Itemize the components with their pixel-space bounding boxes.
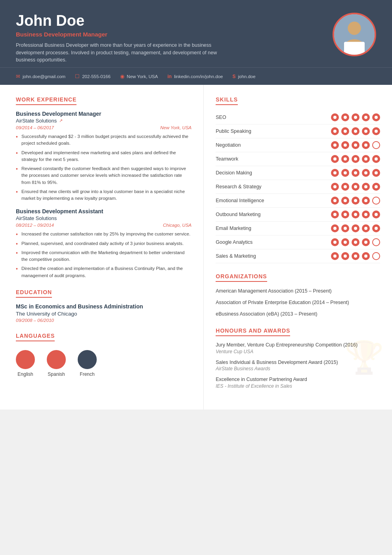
skill-dot — [352, 155, 359, 163]
skill-name: Negotiation — [216, 142, 331, 148]
org-item: Association of Private Enterprise Educat… — [216, 299, 380, 306]
job-2-bullet-4: Directed the creation and implementation… — [16, 265, 191, 279]
skill-dots — [331, 252, 380, 260]
skill-dot — [352, 252, 359, 260]
skill-dot — [352, 169, 359, 177]
skill-name: SEO — [216, 115, 331, 120]
skill-dot — [331, 127, 339, 135]
french-circle — [78, 350, 97, 369]
award-title: Jury Member, Venture Cup Entrepreneurshi… — [216, 342, 380, 349]
honours-title: HONOURS AND AWARDS — [216, 327, 290, 336]
skill-dots — [331, 113, 380, 121]
job-1: Business Development Manager AirState So… — [16, 111, 191, 202]
skill-row: Negotiation — [216, 138, 380, 152]
email-icon: ✉ — [16, 73, 20, 79]
skill-dot — [372, 238, 380, 246]
skill-name: Teamwork — [216, 156, 331, 162]
contact-phone: ☐ 202-555-0166 — [75, 73, 111, 79]
skill-dot — [331, 252, 339, 260]
skill-row: Research & Strategy — [216, 180, 380, 194]
skill-dot — [341, 252, 349, 260]
location-value: New York, USA — [127, 74, 158, 79]
skill-dot — [341, 127, 349, 135]
skill-dot — [352, 211, 359, 218]
skill-dots — [331, 127, 380, 135]
edu-date: 09/2008 – 06/2010 — [16, 318, 191, 323]
svg-rect-3 — [344, 42, 365, 55]
organizations-title: ORGANIZATIONS — [216, 273, 267, 282]
skill-dot — [372, 183, 380, 191]
job-1-dates: 09/2014 – 06/2017 — [16, 125, 54, 130]
job-2: Business Development Assistant AirState … — [16, 208, 191, 279]
skill-dot — [352, 238, 359, 246]
skill-dots — [331, 211, 380, 218]
honours-section: HONOURS AND AWARDS 🏆 Jury Member, Ventur… — [216, 327, 380, 389]
languages-title: LANGUAGES — [16, 333, 55, 341]
skill-dot — [362, 238, 370, 246]
education-section: EDUCATION MSc in Economics and Business … — [16, 289, 191, 323]
skill-dots — [331, 183, 380, 191]
french-label: French — [80, 371, 94, 377]
awards-list: Jury Member, Venture Cup Entrepreneurshi… — [216, 342, 380, 389]
job-2-dates: 08/2012 – 09/2014 — [16, 223, 54, 228]
skill-dot — [372, 141, 380, 149]
award-org: AirState Business Awards — [216, 366, 380, 371]
language-spanish: Spanish — [47, 350, 66, 377]
skill-dot — [331, 155, 339, 163]
award-org: Venture Cup USA — [216, 349, 380, 354]
languages-section: LANGUAGES English Spanish French — [16, 332, 191, 377]
skill-dot — [341, 197, 349, 205]
phone-icon: ☐ — [75, 73, 80, 79]
skill-dots — [331, 224, 380, 232]
award-title: Sales Individual & Business Development … — [216, 359, 380, 366]
skill-row: Decision Making — [216, 166, 380, 180]
skill-dots — [331, 197, 380, 205]
job-2-bullet-3: Improved the communication with the Mark… — [16, 249, 191, 263]
contact-location: ◉ New York, USA — [120, 73, 158, 79]
skill-dot — [331, 197, 339, 205]
language-french: French — [78, 350, 97, 377]
job-1-company-name: AirState Solutions — [16, 118, 57, 124]
skill-dot — [362, 155, 370, 163]
skill-dot — [331, 141, 339, 149]
skill-dot — [362, 183, 370, 191]
skill-row: Teamwork — [216, 152, 380, 166]
job-1-title: Business Development Manager — [16, 111, 191, 117]
skype-icon: S — [233, 74, 236, 79]
skill-name: Outbound Marketing — [216, 212, 331, 217]
skill-dot — [341, 238, 349, 246]
job-1-meta: 09/2014 – 06/2017 New York, USA — [16, 125, 191, 130]
skill-name: Public Speaking — [216, 128, 331, 134]
skill-dot — [331, 224, 339, 232]
skill-dot — [341, 113, 349, 121]
skill-dot — [362, 197, 370, 205]
skill-dot — [362, 127, 370, 135]
skills-list: SEOPublic SpeakingNegotiationTeamworkDec… — [216, 111, 380, 263]
org-item: American Management Association (2015 – … — [216, 287, 380, 295]
job-1-bullet-3: Reviewed constantly the customer feedbac… — [16, 165, 191, 186]
skill-dot — [372, 113, 380, 121]
skill-dot — [341, 224, 349, 232]
right-column: SKILLS SEOPublic SpeakingNegotiationTeam… — [204, 85, 392, 410]
english-label: English — [17, 371, 33, 377]
candidate-summary: Professional Business Developer with mor… — [16, 42, 238, 64]
contact-linkedin: in linkedin.com/in/john.doe — [167, 74, 223, 79]
job-1-bullet-4: Ensured that new clients will grow into … — [16, 188, 191, 202]
header-section: John Doe Business Development Manager Pr… — [0, 0, 392, 67]
job-2-bullets: Increased the customer satisfaction rate… — [16, 231, 191, 279]
spanish-circle — [47, 350, 66, 369]
skill-dot — [331, 113, 339, 121]
svg-point-1 — [348, 22, 361, 35]
external-link-icon[interactable]: ↗ — [59, 118, 63, 123]
skill-dot — [362, 252, 370, 260]
org-item: eBusiness Association (eBA) (2013 – Pres… — [216, 310, 380, 318]
edu-degree: MSc in Economics and Business Administra… — [16, 303, 191, 310]
skill-dot — [331, 183, 339, 191]
work-experience-section: WORK EXPERIENCE Business Development Man… — [16, 96, 191, 279]
header-text: John Doe Business Development Manager Pr… — [16, 13, 325, 64]
award-item: Jury Member, Venture Cup Entrepreneurshi… — [216, 342, 380, 354]
skill-name: Decision Making — [216, 170, 331, 176]
language-english: English — [16, 350, 35, 377]
job-1-location: New York, USA — [160, 125, 191, 130]
skill-dots — [331, 155, 380, 163]
